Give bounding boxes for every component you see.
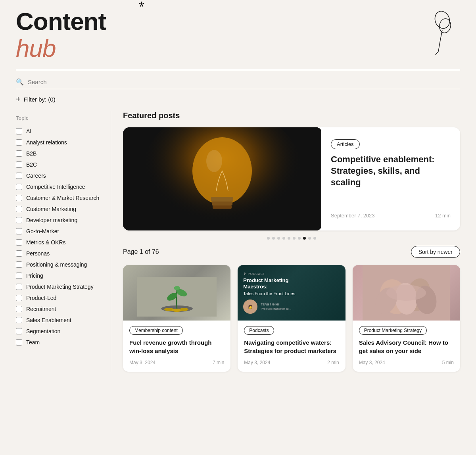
carousel-dot-7[interactable]: [303, 237, 306, 240]
sidebar-item-label-pricing: Pricing: [26, 273, 43, 279]
checkbox-team[interactable]: [16, 339, 22, 346]
sidebar-item-careers[interactable]: Careers: [16, 170, 103, 181]
card-tag-0[interactable]: Membership content: [129, 326, 183, 335]
checkbox-customer-marketing[interactable]: [16, 206, 22, 212]
card-tag-1[interactable]: Podcasts: [244, 326, 274, 335]
sidebar-item-customer-marketing[interactable]: Customer Marketing: [16, 204, 103, 215]
checkbox-positioning-messaging[interactable]: [16, 261, 22, 268]
card-1[interactable]: 🎙 PODCAST Product MarketingMaestros:Tale…: [238, 265, 345, 372]
sidebar-item-analyst-relations[interactable]: Analyst relations: [16, 137, 103, 148]
carousel-dot-6[interactable]: [298, 237, 301, 240]
checkbox-ai[interactable]: [16, 128, 22, 134]
sidebar-item-customer-market-research[interactable]: Customer & Market Research: [16, 192, 103, 204]
checkbox-product-led[interactable]: [16, 295, 22, 301]
featured-card-tag[interactable]: Articles: [331, 139, 360, 149]
card-image-2: [353, 265, 460, 321]
search-input[interactable]: [28, 79, 460, 85]
sidebar-item-pricing[interactable]: Pricing: [16, 270, 103, 281]
checkbox-analyst-relations[interactable]: [16, 139, 22, 146]
sidebar-item-label-go-to-market: Go-to-Market: [26, 228, 59, 234]
card-2[interactable]: Product Marketing Strategy Sales Advisor…: [353, 265, 460, 372]
carousel-dot-3[interactable]: [282, 237, 285, 240]
sidebar-item-metrics-okrs[interactable]: Metrics & OKRs: [16, 237, 103, 248]
carousel-dot-0[interactable]: [267, 237, 270, 240]
sidebar-item-product-marketing-strategy[interactable]: Product Marketing Strategy: [16, 281, 103, 292]
sidebar-item-label-sales-enablement: Sales Enablement: [26, 317, 71, 323]
search-divider: [16, 70, 460, 70]
sidebar-item-recruitment[interactable]: Recruitment: [16, 303, 103, 315]
featured-card-date: September 7, 2023: [331, 213, 375, 219]
checkbox-metrics-okrs[interactable]: [16, 239, 22, 246]
featured-card[interactable]: Articles Competitive enablement: Strateg…: [123, 127, 460, 230]
checkbox-competitive-intelligence[interactable]: [16, 184, 22, 190]
sidebar-item-product-led[interactable]: Product-Led: [16, 292, 103, 303]
page-info-row: Page 1 of 76 Sort by newer: [123, 246, 460, 258]
checkbox-personas[interactable]: [16, 250, 22, 257]
sidebar-item-ai[interactable]: AI: [16, 126, 103, 137]
featured-card-info: Articles Competitive enablement: Strateg…: [321, 127, 460, 230]
sidebar-item-developer-marketing[interactable]: Developer marketing: [16, 215, 103, 226]
sort-button[interactable]: Sort by newer: [411, 246, 460, 258]
carousel-dot-1[interactable]: [272, 237, 275, 240]
sidebar-item-go-to-market[interactable]: Go-to-Market: [16, 226, 103, 237]
card-body-0: Membership content Fuel revenue growth t…: [123, 321, 230, 372]
svg-point-13: [180, 308, 188, 311]
sidebar-item-team[interactable]: Team: [16, 337, 103, 348]
carousel-dot-2[interactable]: [277, 237, 280, 240]
carousel-dot-8[interactable]: [308, 237, 311, 240]
checkbox-careers[interactable]: [16, 173, 22, 179]
checkbox-b2b[interactable]: [16, 150, 22, 157]
sidebar-item-label-ai: AI: [26, 128, 31, 134]
sidebar-items-container: AI Analyst relations B2B B2C Careers Com…: [16, 126, 103, 348]
header-title-line1: Content: [16, 8, 460, 35]
carousel-dots: [123, 237, 460, 240]
carousel-dot-5[interactable]: [293, 237, 296, 240]
search-icon: 🔍: [16, 78, 24, 86]
checkbox-pricing[interactable]: [16, 273, 22, 279]
sidebar-item-label-customer-market-research: Customer & Market Research: [26, 195, 99, 201]
header-title-content: Content hub: [16, 8, 460, 62]
carousel-dot-4[interactable]: [288, 237, 290, 240]
content-area: Topic AI Analyst relations B2B B2C Caree…: [0, 111, 476, 372]
sidebar-item-label-b2b: B2B: [26, 150, 36, 157]
sidebar-item-label-developer-marketing: Developer marketing: [26, 217, 77, 223]
filter-bar: + Filter by: (0): [16, 89, 460, 107]
card-meta-2: May 3, 2024 5 min: [359, 360, 454, 365]
checkbox-b2c[interactable]: [16, 161, 22, 168]
carousel-dot-9[interactable]: [313, 237, 316, 240]
sidebar: Topic AI Analyst relations B2B B2C Caree…: [16, 111, 111, 372]
checkbox-go-to-market[interactable]: [16, 228, 22, 234]
featured-card-read-time: 12 min: [435, 213, 451, 219]
card-read-time-1: 2 min: [327, 360, 339, 365]
checkbox-product-marketing-strategy[interactable]: [16, 284, 22, 290]
card-image-1: 🎙 PODCAST Product MarketingMaestros:Tale…: [238, 265, 345, 321]
sidebar-item-b2c[interactable]: B2C: [16, 159, 103, 170]
card-tag-2[interactable]: Product Marketing Strategy: [359, 326, 427, 335]
card-body-2: Product Marketing Strategy Sales Advisor…: [353, 321, 460, 372]
search-bar: 🔍: [16, 75, 460, 89]
sidebar-item-sales-enablement[interactable]: Sales Enablement: [16, 315, 103, 326]
sidebar-item-label-b2c: B2C: [26, 161, 37, 168]
sidebar-item-personas[interactable]: Personas: [16, 248, 103, 259]
checkbox-customer-market-research[interactable]: [16, 195, 22, 201]
sidebar-item-segmentation[interactable]: Segmentation: [16, 326, 103, 337]
checkbox-developer-marketing[interactable]: [16, 217, 22, 223]
cards-grid: Membership content Fuel revenue growth t…: [123, 265, 460, 372]
sidebar-item-b2b[interactable]: B2B: [16, 148, 103, 159]
filter-plus-button[interactable]: +: [16, 95, 21, 104]
card-0[interactable]: Membership content Fuel revenue growth t…: [123, 265, 230, 372]
card-read-time-0: 7 min: [213, 360, 224, 365]
sidebar-item-label-customer-marketing: Customer Marketing: [26, 206, 76, 212]
header-title-line2: hub: [16, 35, 460, 62]
checkbox-sales-enablement[interactable]: [16, 317, 22, 323]
sidebar-item-positioning-messaging[interactable]: Positioning & messaging: [16, 259, 103, 270]
card-title-1: Navigating competitive waters: Strategie…: [244, 339, 339, 355]
featured-card-title: Competitive enablement: Strategies, skil…: [331, 154, 451, 188]
sidebar-item-label-product-led: Product-Led: [26, 295, 56, 301]
sidebar-item-label-analyst-relations: Analyst relations: [26, 139, 67, 146]
sidebar-item-competitive-intelligence[interactable]: Competitive Intelligence: [16, 181, 103, 192]
checkbox-recruitment[interactable]: [16, 306, 22, 312]
sidebar-item-label-personas: Personas: [26, 250, 50, 257]
sidebar-item-label-team: Team: [26, 339, 40, 346]
checkbox-segmentation[interactable]: [16, 328, 22, 334]
